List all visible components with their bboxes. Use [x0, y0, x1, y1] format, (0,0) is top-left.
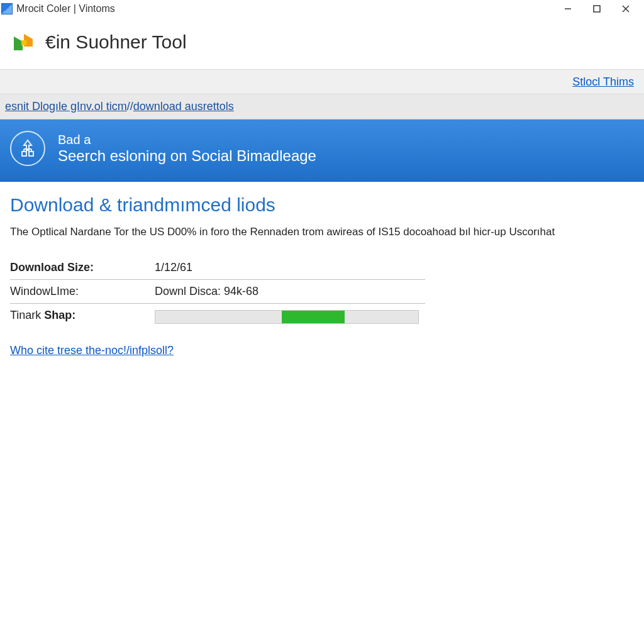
detail-label-bold: Shap: [44, 309, 75, 321]
breadcrumb-link-1[interactable]: esnit Dlogıle gInv.ol ticm [5, 100, 127, 113]
detail-value: Downl Disca: 94k-68 [155, 285, 425, 298]
progress-fill [282, 311, 345, 323]
close-button[interactable] [611, 0, 640, 18]
detail-value [155, 309, 425, 324]
section-desc: The Optlical Nardane Tor the US D00% in … [10, 226, 634, 238]
detail-label: WindowLIme: [10, 285, 155, 298]
detail-row-windowlime: WindowLIme: Downl Disca: 94k-68 [10, 280, 425, 304]
svg-rect-5 [22, 152, 26, 156]
info-band: Stlocl Thims [0, 69, 644, 94]
app-small-icon [1, 3, 13, 14]
svg-rect-1 [594, 6, 600, 12]
detail-row-tinark-shap: Tinark Shap: [10, 304, 425, 329]
banner: Bad a Seerch esloning on Social Bimadlea… [0, 119, 644, 182]
progress-bar [155, 310, 419, 324]
detail-label-prefix: Tinark [10, 309, 44, 321]
breadcrumb-link-2[interactable]: download ausrettols [133, 100, 234, 113]
section-title: Download & triandmımced liods [10, 194, 634, 216]
app-header: €in Suohner Tool [0, 18, 644, 69]
window-titlebar: Mrocit Coler | Vintoms [0, 0, 644, 18]
minimize-button[interactable] [553, 0, 582, 18]
maximize-button[interactable] [582, 0, 611, 18]
app-title: €in Suohner Tool [45, 31, 187, 53]
banner-line1: Bad a [58, 133, 316, 147]
detail-label: Tinark Shap: [10, 309, 155, 324]
upload-icon [10, 131, 45, 166]
breadcrumb-separator: // [127, 100, 133, 113]
svg-rect-4 [21, 40, 26, 45]
detail-label: Download Size: [10, 261, 155, 274]
help-link[interactable]: Who cite trese the-noc!/infplsoll? [10, 344, 174, 357]
details-table: Download Size: 1/12/61 WindowLIme: Downl… [10, 256, 425, 329]
app-logo-icon [10, 29, 36, 55]
breadcrumb-row: esnit Dlogıle gInv.ol ticm // download a… [0, 94, 644, 119]
stlocl-thims-link[interactable]: Stlocl Thims [572, 75, 634, 89]
banner-line2: Seerch esloning on Social Bimadleage [58, 147, 316, 165]
detail-row-download-size: Download Size: 1/12/61 [10, 256, 425, 280]
content-area: Download & triandmımced liods The Optlic… [0, 182, 644, 370]
svg-rect-6 [29, 152, 33, 156]
detail-value: 1/12/61 [155, 261, 425, 274]
window-title: Mrocit Coler | Vintoms [16, 3, 115, 14]
